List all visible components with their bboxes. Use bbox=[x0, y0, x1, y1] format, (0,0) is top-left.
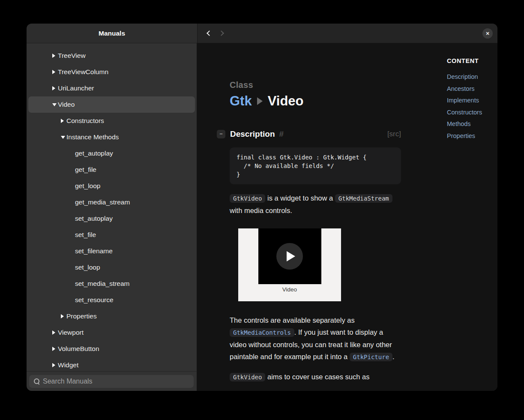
tree-item-label: set_filename bbox=[75, 247, 113, 255]
tree-item-viewport[interactable]: Viewport bbox=[28, 324, 195, 341]
tree-item-label: Widget bbox=[58, 361, 78, 369]
expander-arrow-right-icon bbox=[52, 330, 58, 335]
tree-item-label: get_loop bbox=[75, 182, 100, 190]
section-title: Description bbox=[230, 129, 275, 139]
tree-item-instance-methods[interactable]: Instance Methods bbox=[28, 129, 195, 145]
tree-item-get-loop[interactable]: get_loop bbox=[28, 178, 195, 194]
tree-item-label: set_media_stream bbox=[75, 280, 130, 288]
paragraph: The controls are available separately as… bbox=[230, 314, 401, 363]
tree-item-constructors[interactable]: Constructors bbox=[28, 113, 195, 129]
search-icon bbox=[33, 378, 40, 384]
inline-code: GtkVideo bbox=[230, 373, 265, 381]
play-button bbox=[276, 243, 303, 270]
text-run: The controls are available separately as bbox=[230, 316, 355, 324]
expander-arrow-down-icon bbox=[52, 103, 58, 106]
tree-item-label: Constructors bbox=[66, 117, 104, 125]
tree-item-set-file[interactable]: set_file bbox=[28, 227, 195, 243]
paragraph: GtkVideo is a widget to show a GtkMediaS… bbox=[230, 192, 401, 216]
figure-caption: Video bbox=[238, 286, 341, 293]
text-run: with media controls. bbox=[230, 207, 292, 214]
tree-item-get-file[interactable]: get_file bbox=[28, 162, 195, 178]
tree-item-video[interactable]: Video bbox=[28, 96, 195, 113]
window-title: Manuals bbox=[99, 30, 125, 37]
tree-item-label: Properties bbox=[66, 312, 97, 320]
toc-link-methods[interactable]: Methods bbox=[447, 120, 497, 127]
expander-arrow-down-icon bbox=[61, 136, 66, 139]
text-run: is a widget to show a bbox=[265, 194, 335, 202]
toc-link-implements[interactable]: Implements bbox=[447, 97, 497, 104]
tree-item-label: Viewport bbox=[58, 329, 84, 336]
page-title: Gtk Video bbox=[230, 93, 401, 109]
text-run: aims to cover use cases such as bbox=[265, 373, 369, 381]
tree-item-label: set_loop bbox=[75, 264, 100, 271]
forward-button[interactable] bbox=[215, 27, 229, 40]
tree-item-label: get_media_stream bbox=[75, 198, 130, 206]
tree-item-get-autoplay[interactable]: get_autoplay bbox=[28, 145, 195, 162]
video-widget-figure: Video bbox=[238, 228, 341, 301]
inline-code-link[interactable]: GtkPicture bbox=[350, 353, 392, 361]
video-screen bbox=[258, 228, 321, 284]
source-link[interactable]: [src] bbox=[387, 130, 401, 138]
article: Class Gtk Video − Description # [src] fi… bbox=[230, 43, 401, 383]
tree-item-volumebutton[interactable]: VolumeButton bbox=[28, 341, 195, 357]
inline-code-link[interactable]: GtkMediaControls bbox=[230, 328, 294, 337]
sidebar-header: Manuals bbox=[27, 24, 197, 43]
doc-view: Class Gtk Video − Description # [src] fi… bbox=[197, 43, 497, 391]
class-name: Video bbox=[268, 93, 304, 109]
tree-item-label: Video bbox=[58, 101, 75, 108]
toc-link-properties[interactable]: Properties bbox=[447, 132, 497, 139]
expander-arrow-right-icon bbox=[61, 314, 66, 318]
table-of-contents: CONTENT DescriptionAncestorsImplementsCo… bbox=[447, 57, 497, 139]
anchor-link[interactable]: # bbox=[279, 129, 284, 139]
namespace-link[interactable]: Gtk bbox=[230, 93, 252, 109]
tree-item-label: set_autoplay bbox=[75, 215, 113, 222]
toc-link-constructors[interactable]: Constructors bbox=[447, 109, 497, 116]
back-button[interactable] bbox=[201, 27, 215, 40]
tree-item-label: get_autoplay bbox=[75, 150, 113, 157]
tree-item-properties[interactable]: Properties bbox=[28, 308, 195, 324]
expander-arrow-right-icon bbox=[52, 347, 58, 351]
collapse-section-button[interactable]: − bbox=[217, 130, 225, 138]
close-button[interactable]: ✕ bbox=[482, 28, 493, 39]
tree-item-label: UriLauncher bbox=[58, 84, 94, 92]
tree-item-label: set_resource bbox=[75, 296, 114, 304]
tree-item-set-autoplay[interactable]: set_autoplay bbox=[28, 210, 195, 227]
description-section-header: − Description # [src] bbox=[217, 129, 401, 139]
tree-item-label: Instance Methods bbox=[66, 133, 119, 141]
paragraph: GtkVideo aims to cover use cases such as bbox=[230, 371, 401, 383]
description-text-continued: The controls are available separately as… bbox=[230, 314, 401, 383]
tree-item-label: VolumeButton bbox=[58, 345, 99, 353]
expander-arrow-right-icon bbox=[61, 119, 66, 123]
tree-item-set-filename[interactable]: set_filename bbox=[28, 243, 195, 259]
tree-item-label: get_file bbox=[75, 166, 96, 174]
tree-item-urilauncher[interactable]: UriLauncher bbox=[28, 80, 195, 96]
toc-title: CONTENT bbox=[447, 57, 497, 64]
tree-item-label: TreeViewColumn bbox=[58, 68, 108, 76]
tree-item-set-loop[interactable]: set_loop bbox=[28, 259, 195, 276]
tree-item-set-media-stream[interactable]: set_media_stream bbox=[28, 276, 195, 292]
search-input[interactable] bbox=[43, 378, 189, 385]
manuals-window: Manuals ✕ TreeViewTreeViewColumnUriLaunc… bbox=[27, 24, 497, 391]
class-kicker: Class bbox=[230, 80, 401, 90]
tree-item-widget[interactable]: Widget bbox=[28, 357, 195, 371]
close-icon: ✕ bbox=[485, 31, 489, 36]
content-header: ✕ bbox=[198, 24, 497, 43]
inline-code: GtkVideo bbox=[230, 194, 265, 203]
inline-code: GtkMediaStream bbox=[335, 194, 392, 203]
expander-arrow-right-icon bbox=[52, 86, 58, 90]
class-declaration-code: final class Gtk.Video : Gtk.Widget { /* … bbox=[230, 147, 401, 184]
tree-item-get-media-stream[interactable]: get_media_stream bbox=[28, 194, 195, 210]
chevron-left-icon bbox=[207, 30, 212, 36]
expander-arrow-right-icon bbox=[52, 363, 58, 367]
header-bar: Manuals ✕ bbox=[27, 24, 497, 43]
search-entry[interactable] bbox=[29, 375, 194, 388]
tree-item-set-resource[interactable]: set_resource bbox=[28, 292, 195, 308]
tree-item-treeviewcolumn[interactable]: TreeViewColumn bbox=[28, 64, 195, 80]
search-area bbox=[27, 371, 197, 391]
tree-item-treeview[interactable]: TreeView bbox=[28, 48, 195, 64]
text-run: . bbox=[392, 353, 395, 360]
toc-link-description[interactable]: Description bbox=[447, 73, 497, 80]
tree-item-label: TreeView bbox=[58, 52, 86, 60]
play-icon bbox=[287, 251, 295, 261]
toc-link-ancestors[interactable]: Ancestors bbox=[447, 85, 497, 92]
